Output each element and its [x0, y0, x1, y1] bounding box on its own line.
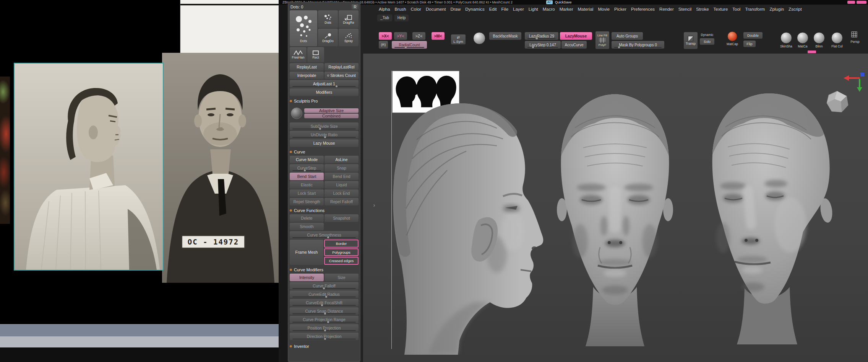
- solo-button[interactable]: Solo: [700, 38, 714, 45]
- subdivide-size-slider[interactable]: SubDivide Size: [290, 122, 359, 130]
- lazy-mouse-button[interactable]: LazyMouse: [560, 32, 592, 40]
- sym-z-button[interactable]: >Z<: [412, 32, 425, 40]
- frame-mesh-button[interactable]: Frame Mesh: [290, 240, 323, 265]
- matcap-red-sphere-icon[interactable]: [727, 31, 737, 41]
- elastic-button[interactable]: Elastic: [290, 181, 324, 189]
- mask-by-polygroups-slider[interactable]: Mask By Polygroups 0: [612, 41, 664, 49]
- menu-stencil[interactable]: Stencil: [676, 6, 694, 12]
- persp-grid-icon[interactable]: [851, 31, 857, 38]
- titlebar-pink-chip-1[interactable]: [847, 1, 855, 4]
- background-window[interactable]: [180, 0, 279, 53]
- sym-x-button[interactable]: >X<: [379, 32, 392, 40]
- menu-brush[interactable]: Brush: [392, 6, 408, 12]
- bend-start-button[interactable]: Bend Start: [290, 173, 324, 180]
- menu-alpha[interactable]: Alpha: [376, 6, 392, 12]
- delete-button[interactable]: Delete: [290, 214, 324, 222]
- dots-count-slider[interactable]: Dots: 0: [290, 5, 351, 9]
- strokes-count-button[interactable]: Strokes Count: [324, 72, 359, 79]
- curve-falloff-slider[interactable]: Curve Falloff: [290, 282, 359, 290]
- sym-m-button[interactable]: >M<: [432, 32, 445, 40]
- frame-mesh-polygroups-button[interactable]: Polygroups: [324, 248, 359, 256]
- menu-file[interactable]: File: [499, 6, 511, 12]
- curve-header[interactable]: Curve: [290, 149, 359, 155]
- persp-label[interactable]: Persp: [847, 40, 863, 44]
- restore-config-button[interactable]: R: [352, 4, 359, 10]
- auto-groups-button[interactable]: Auto Groups: [612, 32, 643, 40]
- material-flatcolor-sphere[interactable]: [831, 32, 843, 44]
- axis-gizmo[interactable]: [843, 70, 866, 92]
- menu-picker[interactable]: Picker: [612, 6, 629, 12]
- sculpt-head-profile[interactable]: [382, 94, 547, 355]
- snapshot-button[interactable]: Snapshot: [324, 214, 359, 222]
- snap-button[interactable]: Snap: [324, 164, 359, 172]
- smooth-button[interactable]: Smooth: [290, 223, 324, 230]
- material-skinshade-sphere[interactable]: [780, 32, 792, 44]
- menu-render[interactable]: Render: [657, 6, 676, 12]
- direction-projection-slider[interactable]: Direction Projection: [290, 333, 359, 340]
- stroke-type-dots-selected[interactable]: Dots: [290, 10, 317, 46]
- menu-macro[interactable]: Macro: [540, 6, 557, 12]
- curve-modifiers-header[interactable]: Curve Modifiers: [290, 267, 359, 273]
- reference-photo-profile[interactable]: [14, 63, 164, 271]
- curve-smoothness-slider[interactable]: Curve Smoothness: [290, 231, 359, 239]
- curve-functions-header[interactable]: Curve Functions: [290, 207, 359, 214]
- intensity-button[interactable]: Intensity: [290, 274, 324, 281]
- radial-r-button[interactable]: (R): [379, 41, 388, 49]
- line-fill-button[interactable]: Line Fill PolyF: [595, 31, 609, 49]
- flip-button[interactable]: Flip: [743, 41, 756, 47]
- quicksave-button[interactable]: QuickSave: [555, 0, 572, 5]
- radial-count-slider[interactable]: RadialCount: [392, 41, 427, 49]
- titlebar-pink-chip-2[interactable]: [857, 1, 866, 4]
- inventory-header-partial[interactable]: Inventor: [290, 343, 359, 349]
- replay-last-button[interactable]: ReplayLast: [290, 63, 324, 71]
- repel-strength-slider[interactable]: Repel Strength: [290, 198, 324, 205]
- as-line-button[interactable]: AsLine: [324, 156, 359, 163]
- sym-y-button[interactable]: >Y<: [394, 32, 407, 40]
- double-button[interactable]: Double: [743, 32, 763, 39]
- backface-sphere-icon[interactable]: [473, 32, 485, 44]
- adaptive-size-slider[interactable]: Adaptive Size: [304, 108, 359, 113]
- repel-falloff-slider[interactable]: Repel Falloff: [324, 198, 359, 205]
- reference-photo-mugshot[interactable]: OC - 14972: [162, 53, 279, 283]
- bend-end-button[interactable]: Bend End: [324, 173, 359, 180]
- curve-snap-distance-slider[interactable]: Curve Snap Distance: [290, 307, 359, 315]
- stroke-type-freehand[interactable]: FreeHan: [290, 47, 307, 62]
- size-button[interactable]: Size: [324, 274, 359, 281]
- menu-preferences[interactable]: Preferences: [629, 6, 657, 12]
- menu-transform[interactable]: Transform: [743, 6, 767, 12]
- lazy-step-slider[interactable]: LazyStep 0.147: [525, 41, 561, 49]
- lazy-mouse-section-button[interactable]: Lazy Mouse: [290, 139, 359, 147]
- replay-last-rel-button[interactable]: ReplayLastRel: [324, 63, 359, 71]
- help-button[interactable]: Help: [394, 15, 409, 21]
- lsym-button[interactable]: ⇄L.Sym: [451, 34, 466, 44]
- stroke-type-dragdot[interactable]: DragDo: [318, 29, 338, 46]
- accu-curve-button[interactable]: AccuCurve: [561, 41, 587, 49]
- lock-end-button[interactable]: Lock End: [324, 189, 359, 197]
- menu-texture[interactable]: Texture: [711, 6, 730, 12]
- lazy-radius-slider[interactable]: LazyRadius 29: [525, 32, 558, 40]
- menu-marker[interactable]: Marker: [557, 6, 576, 12]
- material-blinn-sphere[interactable]: [813, 32, 825, 44]
- menu-movie[interactable]: Movie: [595, 6, 612, 12]
- nav-rock-widget[interactable]: [826, 90, 849, 114]
- menu-tool[interactable]: Tool: [730, 6, 743, 12]
- interpolate-button[interactable]: Interpolate: [290, 72, 324, 79]
- stroke-type-spray[interactable]: Spray: [339, 29, 359, 46]
- menu-color[interactable]: Color: [408, 6, 423, 12]
- menu-light[interactable]: Light: [526, 6, 540, 12]
- frame-mesh-creased-edges-button[interactable]: Creased edges: [324, 257, 359, 265]
- lock-start-button[interactable]: Lock Start: [290, 189, 324, 197]
- liquid-button[interactable]: Liquid: [324, 181, 359, 189]
- undivide-ratio-slider[interactable]: UnDivide Ratio: [290, 131, 359, 139]
- curve-projection-range-slider[interactable]: Curve Projection Range: [290, 316, 359, 323]
- curve-step-slider[interactable]: CurveStep: [290, 164, 324, 172]
- menu-zscript[interactable]: Zscript: [786, 6, 804, 12]
- stroke-type-rect[interactable]: Rect: [307, 47, 324, 62]
- ac-chip[interactable]: AC: [546, 0, 553, 4]
- sculpt-head-three-quarter[interactable]: [695, 91, 852, 344]
- stroke-type-dots[interactable]: Dots: [318, 10, 338, 28]
- sculpt-head-front[interactable]: [548, 91, 682, 346]
- curveedit-radius-slider[interactable]: CurveEdit Radius: [290, 290, 359, 298]
- sculptris-pro-header[interactable]: Sculptris Pro: [290, 98, 359, 104]
- stroke-type-dragrect[interactable]: DragRe: [339, 10, 359, 28]
